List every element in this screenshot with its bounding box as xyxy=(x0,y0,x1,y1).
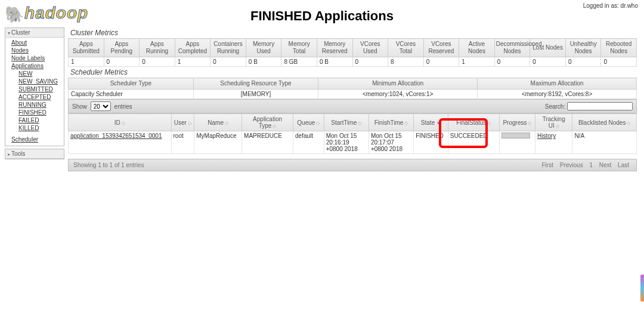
page-first[interactable]: First xyxy=(541,162,553,168)
sidebar-cluster-head[interactable]: ▾Cluster xyxy=(5,28,64,38)
page-title: FINISHED Applications xyxy=(0,8,644,24)
app-type: MAPREDUCE xyxy=(242,131,293,154)
th-finish[interactable]: FinishTime◇ xyxy=(369,114,413,131)
page-previous[interactable]: Previous xyxy=(560,162,583,168)
table-row: application_1539342651534_0001 root MyMa… xyxy=(69,131,637,154)
th-vcores-used[interactable]: VCores Used xyxy=(352,39,388,57)
rebooted-nodes-link[interactable]: 0 xyxy=(603,59,607,65)
cm-mem-used: 0 B xyxy=(246,57,281,67)
cm-apps-submitted: 1 xyxy=(69,57,104,67)
app-finish: Mon Oct 15 20:17:07 +0800 2018 xyxy=(369,131,413,154)
tracking-ui-link[interactable]: History xyxy=(537,133,556,139)
th-apptype[interactable]: Application Type◇ xyxy=(242,114,293,131)
th-name[interactable]: Name◇ xyxy=(194,114,242,131)
lost-nodes-link[interactable]: 0 xyxy=(532,59,536,65)
th-sched-restype[interactable]: Scheduling Resource Type xyxy=(193,78,318,90)
sidebar-link-scheduler[interactable]: Scheduler xyxy=(11,136,61,143)
sidebar-link-nodes[interactable]: Nodes xyxy=(11,47,61,54)
cm-apps-running: 0 xyxy=(140,57,175,67)
page-size-select[interactable]: 20 xyxy=(91,101,111,111)
cm-apps-pending: 0 xyxy=(104,57,140,67)
th-sched-min[interactable]: Minimum Allocation xyxy=(318,78,478,90)
th-active-nodes[interactable]: Active Nodes xyxy=(459,39,495,57)
th-vcores-total[interactable]: VCores Total xyxy=(388,39,424,57)
active-nodes-link[interactable]: 1 xyxy=(462,59,465,65)
sidebar-state-killed[interactable]: KILLED xyxy=(18,124,61,132)
th-containers-running[interactable]: Containers Running xyxy=(210,39,246,57)
cm-lost-nodes: 0 xyxy=(530,57,566,67)
app-state: FINISHED xyxy=(414,131,448,154)
th-apps-pending[interactable]: Apps Pending xyxy=(104,39,140,57)
cm-mem-total: 8 GB xyxy=(281,57,317,67)
cm-active-nodes: 1 xyxy=(459,57,495,67)
datatable-control-bar: Show 20 entries Search: xyxy=(68,99,637,113)
app-start: Mon Oct 15 20:16:19 +0800 2018 xyxy=(324,131,369,154)
sidebar-state-new-saving[interactable]: NEW_SAVING xyxy=(18,78,61,85)
th-finalstatus[interactable]: FinalStatus◇ xyxy=(448,114,499,131)
sidebar-state-accepted[interactable]: ACCEPTED xyxy=(18,93,61,101)
page-next[interactable]: Next xyxy=(599,162,612,168)
th-queue[interactable]: Queue◇ xyxy=(293,114,324,131)
cm-containers-running: 0 xyxy=(210,57,246,67)
th-tracking[interactable]: Tracking UI◇ xyxy=(535,114,572,131)
sm-restype: [MEMORY] xyxy=(193,90,318,99)
datatable-info: Showing 1 to 1 of 1 entries xyxy=(73,162,144,168)
th-apps-submitted[interactable]: Apps Submitted xyxy=(69,39,104,57)
application-id-link[interactable]: application_1539342651534_0001 xyxy=(70,133,162,139)
sidebar-link-about[interactable]: About xyxy=(11,39,61,47)
page-current: 1 xyxy=(589,162,593,168)
cm-rebooted-nodes: 0 xyxy=(601,57,637,67)
app-final-status: SUCCEEDED xyxy=(448,131,499,154)
th-sched-type[interactable]: Scheduler Type xyxy=(69,78,194,90)
th-apps-running[interactable]: Apps Running xyxy=(140,39,175,57)
sidebar-state-submitted[interactable]: SUBMITTED xyxy=(18,85,61,93)
app-progress-cell xyxy=(499,131,535,154)
cm-apps-completed: 1 xyxy=(175,57,210,67)
th-progress[interactable]: Progress◇ xyxy=(499,114,535,131)
th-rebooted-nodes[interactable]: Rebooted Nodes xyxy=(601,39,637,57)
scheduler-metrics-title: Scheduler Metrics xyxy=(70,68,637,76)
app-user: root xyxy=(171,131,194,154)
cm-vcores-total: 8 xyxy=(388,57,424,67)
th-start[interactable]: StartTime◇ xyxy=(324,114,369,131)
th-blacklisted[interactable]: Blacklisted Nodes◇ xyxy=(572,114,637,131)
th-apps-completed[interactable]: Apps Completed xyxy=(175,39,210,57)
search-input[interactable] xyxy=(567,102,633,110)
sidebar-state-finished[interactable]: FINISHED xyxy=(18,109,61,116)
app-queue: default xyxy=(293,131,324,154)
sm-type: Capacity Scheduler xyxy=(69,90,194,99)
sm-min: <memory:1024, vCores:1> xyxy=(318,90,478,99)
cm-unhealthy-nodes: 0 xyxy=(565,57,601,67)
th-vcores-reserved[interactable]: VCores Reserved xyxy=(423,39,459,57)
unhealthy-nodes-link[interactable]: 0 xyxy=(568,59,572,65)
applications-table: ID◇ User◇ Name◇ Application Type◇ Queue◇… xyxy=(68,113,637,154)
sm-max: <memory:8192, vCores:8> xyxy=(478,90,637,99)
th-unhealthy-nodes[interactable]: Unhealthy Nodes xyxy=(565,39,601,57)
sidebar-state-new[interactable]: NEW xyxy=(18,70,61,78)
entries-label: entries xyxy=(114,103,132,110)
sidebar-link-node-labels[interactable]: Node Labels xyxy=(11,54,61,62)
app-name: MyMapReduce xyxy=(194,131,242,154)
th-user[interactable]: User◇ xyxy=(171,114,194,131)
page-last[interactable]: Last xyxy=(618,162,629,168)
sidebar-state-running[interactable]: RUNNING xyxy=(18,101,61,109)
th-sched-max[interactable]: Maximum Allocation xyxy=(478,78,637,90)
th-mem-used[interactable]: Memory Used xyxy=(246,39,281,57)
th-decomm-nodes[interactable]: Decommissioned Nodes xyxy=(494,39,530,57)
sidebar-tools-head[interactable]: ▸Tools xyxy=(5,149,64,159)
sidebar-link-applications[interactable]: Applications xyxy=(11,62,61,70)
scheduler-metrics-table: Scheduler Type Scheduling Resource Type … xyxy=(68,78,637,99)
triangle-down-icon: ▾ xyxy=(8,30,10,36)
decomm-nodes-link[interactable]: 0 xyxy=(497,59,501,65)
sidebar-state-failed[interactable]: FAILED xyxy=(18,116,61,124)
cluster-metrics-table: Apps Submitted Apps Pending Apps Running… xyxy=(68,38,637,67)
search-label: Search: xyxy=(545,103,565,110)
th-mem-total[interactable]: Memory Total xyxy=(281,39,317,57)
th-id[interactable]: ID◇ xyxy=(69,114,172,131)
th-mem-reserved[interactable]: Memory Reserved xyxy=(317,39,352,57)
app-blacklisted: N/A xyxy=(572,131,637,154)
show-label: Show xyxy=(72,103,87,110)
table-row: 1 0 0 1 0 0 B 8 GB 0 B 0 8 0 1 0 0 0 0 xyxy=(69,57,637,67)
th-state[interactable]: State▼ xyxy=(414,114,448,131)
progress-bar xyxy=(501,133,530,139)
